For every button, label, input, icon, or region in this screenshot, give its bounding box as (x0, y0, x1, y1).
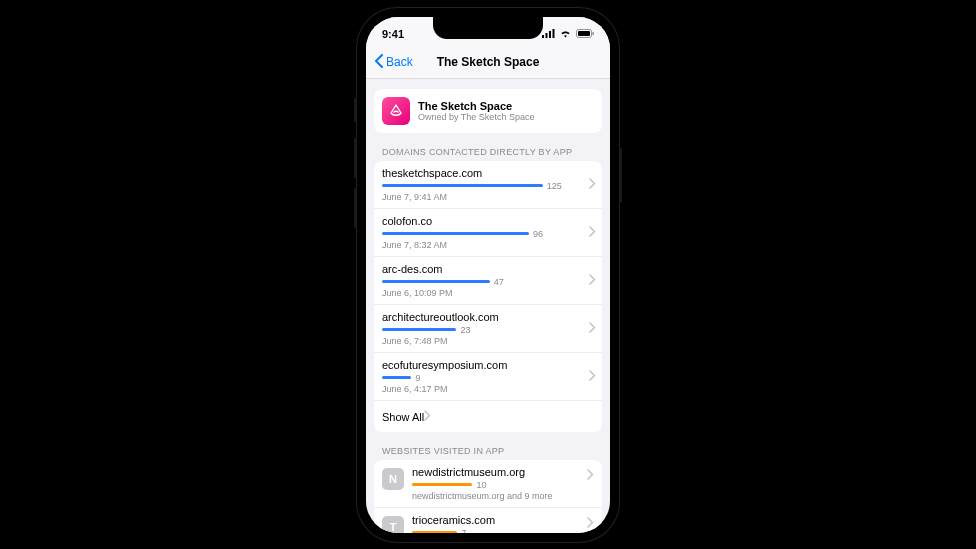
website-name: trioceramics.com (412, 514, 579, 526)
domain-row[interactable]: thesketchspace.com125June 7, 9:41 AM (374, 161, 602, 209)
website-letter-icon: N (382, 468, 404, 490)
svg-rect-6 (593, 32, 594, 35)
usage-bar (382, 184, 543, 187)
domain-row[interactable]: colofon.co96June 7, 8:32 AM (374, 209, 602, 257)
website-name: newdistrictmuseum.org (412, 466, 579, 478)
battery-icon (576, 29, 594, 38)
app-header-card: The Sketch Space Owned by The Sketch Spa… (374, 89, 602, 133)
domain-timestamp: June 7, 8:32 AM (382, 240, 594, 250)
domain-timestamp: June 6, 10:09 PM (382, 288, 594, 298)
chevron-left-icon (374, 54, 384, 71)
app-icon (382, 97, 410, 125)
app-name: The Sketch Space (418, 100, 534, 112)
chevron-right-icon (589, 319, 596, 337)
website-count: 10 (476, 480, 486, 490)
chevron-right-icon (589, 367, 596, 385)
app-owner: Owned by The Sketch Space (418, 112, 534, 122)
svg-rect-0 (542, 35, 544, 38)
website-row[interactable]: Nnewdistrictmuseum.org10newdistrictmuseu… (374, 460, 602, 508)
domain-name: thesketchspace.com (382, 167, 594, 179)
usage-bar (382, 232, 529, 235)
websites-list: Nnewdistrictmuseum.org10newdistrictmuseu… (374, 460, 602, 533)
website-subline: newdistrictmuseum.org and 9 more (412, 491, 579, 501)
usage-bar (382, 328, 456, 331)
domain-timestamp: June 6, 7:48 PM (382, 336, 594, 346)
svg-rect-3 (553, 29, 555, 38)
chevron-right-icon (589, 271, 596, 289)
domains-list: thesketchspace.com125June 7, 9:41 AMcolo… (374, 161, 602, 432)
domain-count: 47 (494, 277, 504, 287)
svg-rect-2 (549, 31, 551, 38)
status-time: 9:41 (382, 28, 404, 40)
domains-section-header: DOMAINS CONTACTED DIRECTLY BY APP (382, 147, 602, 157)
svg-rect-1 (546, 33, 548, 38)
usage-bar (382, 280, 490, 283)
nav-bar: Back The Sketch Space (366, 47, 610, 79)
back-button[interactable]: Back (374, 54, 413, 71)
domain-count: 96 (533, 229, 543, 239)
domain-row[interactable]: arc-des.com47June 6, 10:09 PM (374, 257, 602, 305)
domain-name: arc-des.com (382, 263, 594, 275)
chevron-right-icon (589, 175, 596, 193)
back-label: Back (386, 55, 413, 69)
domain-row[interactable]: ecofuturesymposium.com9June 6, 4:17 PM (374, 353, 602, 401)
websites-section-header: WEBSITES VISITED IN APP (382, 446, 602, 456)
show-all-button[interactable]: Show All (374, 401, 602, 432)
domain-name: colofon.co (382, 215, 594, 227)
domain-count: 9 (415, 373, 420, 383)
domain-count: 125 (547, 181, 562, 191)
usage-bar (412, 483, 472, 486)
website-count: 7 (461, 528, 466, 533)
chevron-right-icon (589, 223, 596, 241)
domain-timestamp: June 6, 4:17 PM (382, 384, 594, 394)
domain-count: 23 (460, 325, 470, 335)
domain-name: architectureoutlook.com (382, 311, 594, 323)
website-row[interactable]: Ttrioceramics.com7trioceramics.com and 6… (374, 508, 602, 533)
chevron-right-icon (587, 466, 594, 501)
usage-bar (412, 531, 457, 533)
domain-row[interactable]: architectureoutlook.com23June 6, 7:48 PM (374, 305, 602, 353)
svg-rect-5 (578, 31, 590, 36)
cellular-signal-icon (542, 29, 555, 38)
chevron-right-icon (424, 411, 431, 423)
domain-name: ecofuturesymposium.com (382, 359, 594, 371)
wifi-icon (559, 29, 572, 38)
domain-timestamp: June 7, 9:41 AM (382, 192, 594, 202)
chevron-right-icon (587, 514, 594, 533)
website-letter-icon: T (382, 516, 404, 533)
usage-bar (382, 376, 411, 379)
